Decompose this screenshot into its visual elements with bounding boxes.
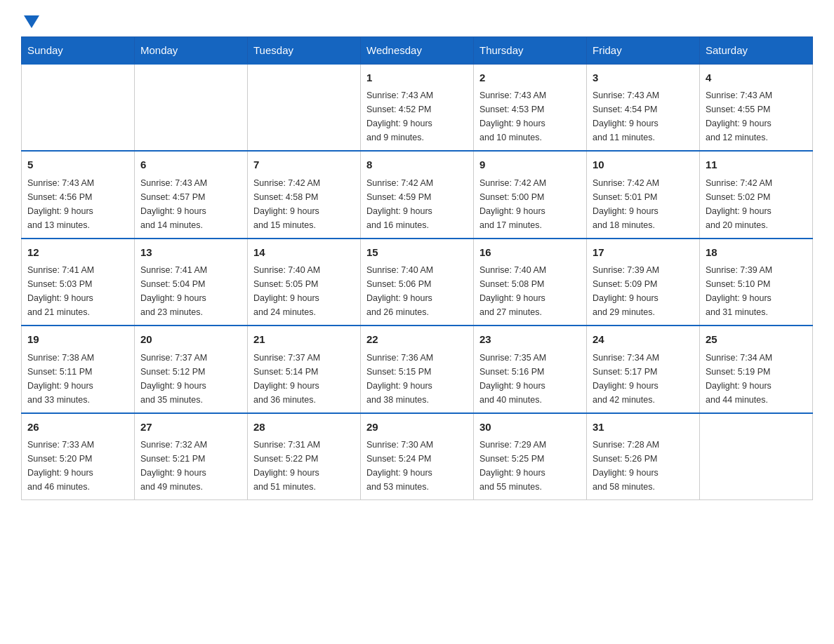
day-info: Sunrise: 7:40 AM Sunset: 5:08 PM Dayligh… <box>479 263 581 319</box>
calendar-cell: 30Sunrise: 7:29 AM Sunset: 5:25 PM Dayli… <box>474 413 587 500</box>
day-number: 16 <box>479 245 581 261</box>
day-number: 19 <box>27 332 128 348</box>
day-info: Sunrise: 7:43 AM Sunset: 4:55 PM Dayligh… <box>706 88 807 145</box>
day-number: 24 <box>593 332 694 348</box>
calendar-cell: 14Sunrise: 7:40 AM Sunset: 5:05 PM Dayli… <box>248 239 361 326</box>
day-info: Sunrise: 7:37 AM Sunset: 5:12 PM Dayligh… <box>140 351 241 407</box>
calendar-cell: 12Sunrise: 7:41 AM Sunset: 5:03 PM Dayli… <box>22 239 135 326</box>
day-number: 12 <box>27 245 128 261</box>
day-info: Sunrise: 7:43 AM Sunset: 4:54 PM Dayligh… <box>593 88 694 145</box>
calendar-cell: 24Sunrise: 7:34 AM Sunset: 5:17 PM Dayli… <box>587 326 700 413</box>
calendar-cell: 17Sunrise: 7:39 AM Sunset: 5:09 PM Dayli… <box>587 239 700 326</box>
day-info: Sunrise: 7:42 AM Sunset: 5:02 PM Dayligh… <box>706 176 807 232</box>
day-number: 27 <box>140 420 241 436</box>
day-info: Sunrise: 7:34 AM Sunset: 5:17 PM Dayligh… <box>593 351 694 407</box>
calendar-cell: 9Sunrise: 7:42 AM Sunset: 5:00 PM Daylig… <box>474 151 587 239</box>
day-info: Sunrise: 7:36 AM Sunset: 5:15 PM Dayligh… <box>366 351 468 407</box>
weekday-header-wednesday: Wednesday <box>361 37 474 65</box>
calendar-week-row: 5Sunrise: 7:43 AM Sunset: 4:56 PM Daylig… <box>22 151 813 239</box>
day-number: 1 <box>366 70 468 86</box>
day-number: 29 <box>366 420 468 436</box>
day-number: 25 <box>706 332 807 348</box>
calendar-cell: 10Sunrise: 7:42 AM Sunset: 5:01 PM Dayli… <box>587 151 700 239</box>
day-number: 30 <box>479 420 581 436</box>
calendar-cell: 5Sunrise: 7:43 AM Sunset: 4:56 PM Daylig… <box>22 151 135 239</box>
day-info: Sunrise: 7:43 AM Sunset: 4:57 PM Dayligh… <box>140 176 241 232</box>
day-number: 5 <box>27 157 128 173</box>
day-info: Sunrise: 7:41 AM Sunset: 5:03 PM Dayligh… <box>27 263 128 319</box>
calendar-cell <box>248 64 361 151</box>
day-number: 21 <box>253 332 355 348</box>
day-number: 13 <box>140 245 241 261</box>
logo <box>21 14 39 29</box>
logo-arrow-icon <box>24 15 39 31</box>
calendar-cell: 23Sunrise: 7:35 AM Sunset: 5:16 PM Dayli… <box>474 326 587 413</box>
day-number: 11 <box>706 157 807 173</box>
calendar-cell: 16Sunrise: 7:40 AM Sunset: 5:08 PM Dayli… <box>474 239 587 326</box>
day-info: Sunrise: 7:28 AM Sunset: 5:26 PM Dayligh… <box>593 438 694 494</box>
day-info: Sunrise: 7:29 AM Sunset: 5:25 PM Dayligh… <box>479 438 581 494</box>
weekday-header-friday: Friday <box>587 37 700 65</box>
calendar-cell: 13Sunrise: 7:41 AM Sunset: 5:04 PM Dayli… <box>135 239 248 326</box>
day-info: Sunrise: 7:43 AM Sunset: 4:52 PM Dayligh… <box>366 88 468 145</box>
day-number: 15 <box>366 245 468 261</box>
calendar-cell: 6Sunrise: 7:43 AM Sunset: 4:57 PM Daylig… <box>135 151 248 239</box>
day-info: Sunrise: 7:40 AM Sunset: 5:06 PM Dayligh… <box>366 263 468 319</box>
day-info: Sunrise: 7:39 AM Sunset: 5:09 PM Dayligh… <box>593 263 694 319</box>
day-number: 8 <box>366 157 468 173</box>
weekday-header-sunday: Sunday <box>22 37 135 65</box>
weekday-header-row: SundayMondayTuesdayWednesdayThursdayFrid… <box>22 37 813 65</box>
day-number: 6 <box>140 157 241 173</box>
day-info: Sunrise: 7:42 AM Sunset: 4:59 PM Dayligh… <box>366 176 468 232</box>
calendar-cell: 4Sunrise: 7:43 AM Sunset: 4:55 PM Daylig… <box>700 64 813 151</box>
calendar-cell <box>700 413 813 500</box>
day-number: 10 <box>593 157 694 173</box>
calendar-cell: 8Sunrise: 7:42 AM Sunset: 4:59 PM Daylig… <box>361 151 474 239</box>
day-info: Sunrise: 7:40 AM Sunset: 5:05 PM Dayligh… <box>253 263 355 319</box>
calendar-table: SundayMondayTuesdayWednesdayThursdayFrid… <box>21 36 813 500</box>
calendar-week-row: 1Sunrise: 7:43 AM Sunset: 4:52 PM Daylig… <box>22 64 813 151</box>
calendar-cell: 31Sunrise: 7:28 AM Sunset: 5:26 PM Dayli… <box>587 413 700 500</box>
day-info: Sunrise: 7:30 AM Sunset: 5:24 PM Dayligh… <box>366 438 468 494</box>
day-number: 18 <box>706 245 807 261</box>
calendar-cell <box>22 64 135 151</box>
calendar-cell: 2Sunrise: 7:43 AM Sunset: 4:53 PM Daylig… <box>474 64 587 151</box>
weekday-header-tuesday: Tuesday <box>248 37 361 65</box>
calendar-week-row: 19Sunrise: 7:38 AM Sunset: 5:11 PM Dayli… <box>22 326 813 413</box>
day-info: Sunrise: 7:42 AM Sunset: 5:00 PM Dayligh… <box>479 176 581 232</box>
svg-marker-0 <box>24 15 39 28</box>
day-number: 14 <box>253 245 355 261</box>
day-info: Sunrise: 7:42 AM Sunset: 5:01 PM Dayligh… <box>593 176 694 232</box>
day-number: 3 <box>593 70 694 86</box>
calendar-cell: 3Sunrise: 7:43 AM Sunset: 4:54 PM Daylig… <box>587 64 700 151</box>
calendar-week-row: 26Sunrise: 7:33 AM Sunset: 5:20 PM Dayli… <box>22 413 813 500</box>
page-header <box>21 14 813 29</box>
day-number: 23 <box>479 332 581 348</box>
calendar-cell: 19Sunrise: 7:38 AM Sunset: 5:11 PM Dayli… <box>22 326 135 413</box>
calendar-cell: 20Sunrise: 7:37 AM Sunset: 5:12 PM Dayli… <box>135 326 248 413</box>
day-info: Sunrise: 7:37 AM Sunset: 5:14 PM Dayligh… <box>253 351 355 407</box>
day-info: Sunrise: 7:42 AM Sunset: 4:58 PM Dayligh… <box>253 176 355 232</box>
day-number: 2 <box>479 70 581 86</box>
calendar-week-row: 12Sunrise: 7:41 AM Sunset: 5:03 PM Dayli… <box>22 239 813 326</box>
day-number: 31 <box>593 420 694 436</box>
day-info: Sunrise: 7:38 AM Sunset: 5:11 PM Dayligh… <box>27 351 128 407</box>
calendar-cell: 1Sunrise: 7:43 AM Sunset: 4:52 PM Daylig… <box>361 64 474 151</box>
weekday-header-thursday: Thursday <box>474 37 587 65</box>
day-number: 20 <box>140 332 241 348</box>
day-info: Sunrise: 7:31 AM Sunset: 5:22 PM Dayligh… <box>253 438 355 494</box>
calendar-cell: 25Sunrise: 7:34 AM Sunset: 5:19 PM Dayli… <box>700 326 813 413</box>
calendar-cell: 11Sunrise: 7:42 AM Sunset: 5:02 PM Dayli… <box>700 151 813 239</box>
calendar-cell: 22Sunrise: 7:36 AM Sunset: 5:15 PM Dayli… <box>361 326 474 413</box>
calendar-cell: 27Sunrise: 7:32 AM Sunset: 5:21 PM Dayli… <box>135 413 248 500</box>
calendar-cell: 26Sunrise: 7:33 AM Sunset: 5:20 PM Dayli… <box>22 413 135 500</box>
day-number: 28 <box>253 420 355 436</box>
day-info: Sunrise: 7:33 AM Sunset: 5:20 PM Dayligh… <box>27 438 128 494</box>
day-number: 9 <box>479 157 581 173</box>
calendar-cell: 28Sunrise: 7:31 AM Sunset: 5:22 PM Dayli… <box>248 413 361 500</box>
day-number: 17 <box>593 245 694 261</box>
day-number: 22 <box>366 332 468 348</box>
day-info: Sunrise: 7:43 AM Sunset: 4:56 PM Dayligh… <box>27 176 128 232</box>
weekday-header-saturday: Saturday <box>700 37 813 65</box>
calendar-cell: 29Sunrise: 7:30 AM Sunset: 5:24 PM Dayli… <box>361 413 474 500</box>
